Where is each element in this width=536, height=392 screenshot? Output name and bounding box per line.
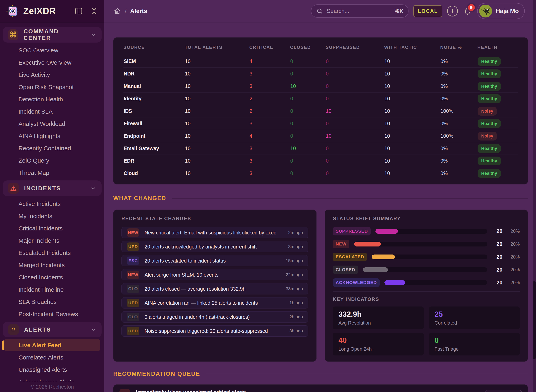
sidebar-item-detection-health[interactable]: Detection Health (4, 93, 100, 105)
command-icon: ⌘ (8, 29, 18, 40)
event-type-badge: NEW (127, 229, 139, 237)
table-row-edr[interactable]: EDR10300100%Healthy (123, 155, 518, 167)
sidebar-item-correlated-alerts[interactable]: Correlated Alerts (4, 351, 100, 364)
sidebar-item-unassigned-alerts[interactable]: Unassigned Alerts (4, 364, 100, 376)
panel-divider (333, 291, 520, 292)
app-title: ZelXDR (23, 6, 56, 16)
event-text: Alert surge from SIEM: 10 events (144, 272, 219, 278)
sidebar-section-alerts[interactable]: ALERTS (3, 322, 102, 337)
recommendation-queue-heading: RECOMMENDATION QUEUE (113, 370, 528, 377)
table-row-cloud[interactable]: Cloud10300100%Healthy (123, 167, 518, 180)
cell-noise: 0% (440, 93, 477, 105)
alert-sources-table-card: SOURCETOTAL ALERTSCRITICALCLOSEDSUPPRESS… (113, 37, 528, 184)
column-header-closed: CLOSED (290, 38, 326, 55)
sidebar-item-major-incidents[interactable]: Major Incidents (4, 234, 100, 247)
table-row-firewall[interactable]: Firewall10300100%Healthy (123, 117, 518, 130)
table-row-manual[interactable]: Manual103100100%Healthy (123, 80, 518, 93)
sidebar-item-recently-contained[interactable]: Recently Contained (4, 142, 100, 154)
cell-total: 10 (185, 155, 249, 167)
event-type-badge: UPD (127, 243, 139, 251)
cell-critical: 2 (249, 93, 290, 105)
sidebar-item-analyst-workload[interactable]: Analyst Workload (4, 118, 100, 130)
add-button[interactable] (447, 6, 458, 16)
home-icon[interactable] (113, 7, 121, 15)
environment-badge: LOCAL (413, 5, 442, 17)
state-change-item[interactable]: ESC20 alerts escalated to incident statu… (121, 255, 308, 266)
plus-icon (447, 6, 458, 16)
event-text: 20 alerts closed — average resolution 33… (144, 286, 246, 292)
table-row-siem[interactable]: SIEM10400100%Healthy (123, 55, 518, 68)
sidebar-item-critical-incidents[interactable]: Critical Incidents (4, 222, 100, 234)
assign-now-button[interactable]: Assign Now (485, 390, 522, 392)
sidebar-item-executive-overview[interactable]: Executive Overview (4, 56, 100, 69)
cell-suppressed: 0 (326, 80, 384, 93)
sidebar-section-command-center[interactable]: ⌘COMMAND CENTER (3, 27, 102, 42)
key-indicator-label: Correlated (435, 320, 514, 326)
sidebar-item-live-alert-feed[interactable]: Live Alert Feed (4, 339, 100, 351)
state-change-item[interactable]: UPDNoise suppression triggered: 20 alert… (121, 325, 308, 337)
state-change-item[interactable]: CLO0 alerts triaged in under 4h (fast-tr… (121, 311, 308, 322)
sidebar-section-label: COMMAND CENTER (23, 28, 85, 41)
cell-source: NDR (123, 68, 185, 80)
table-row-email-gateway[interactable]: Email Gateway103100100%Healthy (123, 142, 518, 155)
column-header-total-alerts: TOTAL ALERTS (185, 38, 249, 55)
collapse-sidebar-icon[interactable] (90, 7, 98, 15)
status-bar-track (363, 267, 487, 272)
cell-source: EDR (123, 155, 185, 167)
sidebar-item-open-risk-snapshot[interactable]: Open Risk Snapshot (4, 81, 100, 93)
sidebar-item-aina-highlights[interactable]: AINA Highlights (4, 130, 100, 142)
cell-health: Healthy (477, 93, 518, 105)
sidebar-item-acknowledged-alerts[interactable]: Acknowledged Alerts (4, 376, 100, 381)
sidebar-item-soc-overview[interactable]: SOC Overview (4, 44, 100, 56)
state-change-item[interactable]: UPDAINA correlation ran — linked 25 aler… (121, 297, 308, 308)
sidebar-item-live-activity[interactable]: Live Activity (4, 69, 100, 81)
sidebar-item-active-incidents[interactable]: Active Incidents (4, 198, 100, 210)
state-change-item[interactable]: CLO20 alerts closed — average resolution… (121, 283, 308, 294)
cell-critical: 3 (249, 117, 290, 130)
cell-noise: 0% (440, 55, 477, 68)
table-row-identity[interactable]: Identity10200100%Healthy (123, 93, 518, 105)
notifications-button[interactable]: 9 (463, 6, 472, 16)
sidebar-item-sla-breaches[interactable]: SLA Breaches (4, 296, 100, 308)
cell-health: Healthy (477, 155, 518, 167)
status-shift-row-new: NEW2020% (333, 240, 520, 248)
search-input[interactable] (326, 8, 391, 14)
cell-closed: 0 (290, 55, 326, 68)
sidebar-item-incident-sla[interactable]: Incident SLA (4, 105, 100, 118)
sidebar-section-incidents[interactable]: INCIDENTS (3, 180, 102, 196)
key-indicator-value: 25 (435, 310, 514, 318)
sidebar-item-escalated-incidents[interactable]: Escalated Incidents (4, 247, 100, 259)
user-menu[interactable]: Haja Mo (477, 3, 525, 19)
cell-total: 10 (185, 167, 249, 180)
cell-noise: 0% (440, 142, 477, 155)
column-header-health: HEALTH (477, 38, 518, 55)
status-bar-fill (372, 255, 395, 259)
status-bar-track (372, 255, 487, 259)
sidebar-item-merged-incidents[interactable]: Merged Incidents (4, 259, 100, 271)
bell-icon (8, 324, 19, 335)
table-row-endpoint[interactable]: Endpoint10401010100%Noisy (123, 130, 518, 142)
status-label-badge: ESCALATED (333, 253, 367, 261)
state-change-item[interactable]: NEWAlert surge from SIEM: 10 events22m a… (121, 269, 308, 280)
sidebar-item-post-incident-reviews[interactable]: Post-Incident Reviews (4, 308, 100, 320)
status-percent: 20% (507, 229, 520, 234)
sidebar-item-zelc-query[interactable]: ZelC Query (4, 154, 100, 167)
sidebar-item-threat-map[interactable]: Threat Map (4, 167, 100, 179)
table-row-ndr[interactable]: NDR10300100%Healthy (123, 68, 518, 80)
heading-rule (172, 198, 528, 199)
page-scrollbar[interactable] (533, 0, 536, 392)
sidebar-item-my-incidents[interactable]: My Incidents (4, 210, 100, 222)
health-badge: Healthy (478, 144, 501, 153)
state-change-item[interactable]: UPD20 alerts acknowledged by analysts in… (121, 241, 308, 252)
cell-with-tactic: 10 (384, 167, 440, 180)
panel-toggle-icon[interactable] (74, 7, 83, 15)
cell-total: 10 (185, 142, 249, 155)
table-row-ids[interactable]: IDS10201010100%Noisy (123, 105, 518, 117)
chevron-down-icon (90, 327, 96, 333)
state-change-item[interactable]: NEWNew critical alert: Email with suspic… (121, 227, 308, 238)
app-logo-icon (6, 5, 19, 18)
sidebar-item-incident-timeline[interactable]: Incident Timeline (4, 283, 100, 296)
scrollbar-thumb[interactable] (533, 281, 536, 359)
sidebar-item-closed-incidents[interactable]: Closed Incidents (4, 271, 100, 283)
cell-closed: 10 (290, 80, 326, 93)
